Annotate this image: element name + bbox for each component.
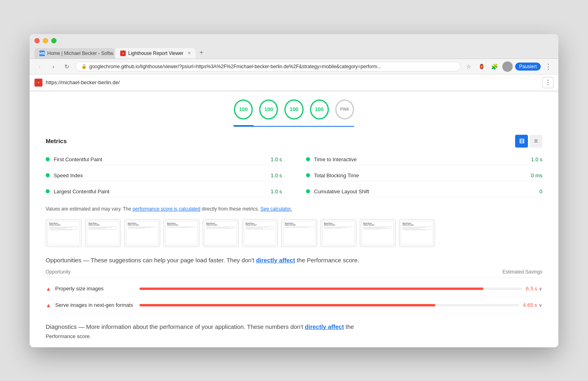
metric-fcp: First Contentful Paint 1.0 s — [46, 154, 282, 165]
bookmark-button[interactable]: ☆ — [464, 61, 474, 72]
opportunity-value-text-1: 6.3 s — [526, 286, 537, 292]
metric-lcp: Largest Contentful Paint 1.0 s — [46, 186, 282, 197]
score-practices-value: 100 — [290, 106, 298, 112]
nav-actions: ☆ 🏮 🧩 Pausiert ⋮ — [464, 61, 554, 72]
list-view-button[interactable]: ≡ — [530, 135, 542, 148]
tab-close-lighthouse[interactable]: ✕ — [187, 51, 191, 56]
metric-tti: Time to Interactive 1.0 s — [306, 154, 542, 165]
diagnostics-header: Diagnostics — More information about the… — [46, 323, 542, 330]
metric-fcp-name: First Contentful Paint — [54, 156, 267, 162]
back-button[interactable]: ‹ — [34, 61, 45, 72]
reload-button[interactable]: ↻ — [62, 61, 72, 72]
opportunities-section: Opportunities — These suggestions can he… — [46, 257, 542, 314]
opportunities-subheader: Opportunity Estimated Savings — [46, 267, 542, 278]
close-button[interactable] — [34, 38, 40, 43]
note-text-middle: directly from these metrics. — [200, 206, 260, 212]
diagnostics-title: Diagnostics — [46, 323, 77, 330]
menu-button[interactable]: ⋮ — [543, 61, 554, 72]
performance-score-link[interactable]: performance score is calculated — [133, 206, 200, 212]
metric-cls: Cumulative Layout Shift 0 — [306, 186, 542, 197]
filmstrip-frame-10: Michael BeckerSoftware Developer — [399, 219, 435, 247]
tab-lighthouse[interactable]: 🏮 Lighthouse Report Viewer ✕ — [115, 48, 195, 59]
tab-label-lighthouse: Lighthouse Report Viewer — [128, 51, 183, 56]
metric-tti-value: 1.0 s — [531, 156, 542, 162]
score-accessibility[interactable]: 100 — [259, 99, 278, 120]
filmstrip-frame-9: Michael BeckerSoftware Developer — [360, 219, 396, 247]
metrics-title: Metrics — [46, 138, 67, 144]
filmstrip-img-1: Michael BeckerSoftware Developer — [46, 219, 82, 247]
score-seo-value: 100 — [315, 106, 324, 112]
metric-si: Speed Index 1.0 s — [46, 170, 282, 181]
address-bar[interactable]: 🔒 googlechrome.github.io/lighthouse/view… — [75, 62, 461, 71]
metric-cls-value: 0 — [540, 188, 542, 195]
metric-tbt-value: 0 ms — [531, 172, 542, 178]
directly-affect-link-diagnostics[interactable]: directly affect — [305, 323, 344, 330]
metric-lcp-name: Largest Contentful Paint — [54, 188, 267, 195]
opportunities-subtitle: — These suggestions can help your page l… — [81, 257, 256, 263]
secondary-menu-button[interactable]: ⋮ — [542, 77, 554, 88]
filmstrip-frame-1: Michael BeckerSoftware Developer — [46, 219, 82, 247]
warning-icon-2: ▲ — [46, 302, 51, 308]
savings-col-label: Estimated Savings — [503, 269, 542, 275]
scores-row: 100 100 100 100 PWA — [234, 99, 354, 127]
forward-button[interactable]: › — [48, 61, 58, 72]
minimize-button[interactable] — [43, 38, 48, 43]
opportunity-row-1: ▲ Properly size images 6.3 s ∨ — [46, 281, 542, 297]
filmstrip: Michael BeckerSoftware Developer Michael… — [46, 219, 542, 247]
filmstrip-page-1: Michael BeckerSoftware Developer — [48, 221, 80, 245]
directly-affect-link-opportunities[interactable]: directly affect — [256, 257, 295, 263]
metrics-note: Values are estimated and may vary. The p… — [46, 205, 542, 213]
metric-tbt-name: Total Blocking Time — [314, 172, 527, 178]
warning-icon-1: ▲ — [46, 286, 51, 292]
opportunities-header: Opportunities — These suggestions can he… — [46, 257, 542, 263]
grid-view-button[interactable]: ⊟ — [515, 135, 528, 148]
score-pwa[interactable]: PWA — [335, 99, 354, 120]
metric-cls-name: Cumulative Layout Shift — [314, 188, 536, 195]
tab-favicon-lighthouse: 🏮 — [120, 51, 126, 56]
chevron-icon-1[interactable]: ∨ — [539, 286, 542, 292]
secondary-favicon: 🏮 — [34, 79, 42, 87]
score-performance-value: 100 — [239, 106, 248, 112]
tab-favicon-home: MB — [39, 51, 45, 56]
metric-cls-dot — [306, 189, 310, 193]
traffic-lights — [34, 38, 554, 43]
diagnostics-subtitle: — More information about the performance… — [77, 323, 305, 330]
extension-icon[interactable]: 🏮 — [477, 61, 487, 72]
opportunity-value-text-2: 4.65 s — [523, 302, 537, 308]
lock-icon: 🔒 — [81, 64, 87, 69]
metric-tti-dot — [306, 157, 310, 161]
opportunity-bar-container-2 — [139, 304, 519, 306]
opportunity-col-label: Opportunity — [46, 269, 70, 275]
metric-si-dot — [46, 173, 50, 177]
main-content: 100 100 100 100 PWA Metrics ⊟ ≡ — [30, 91, 558, 347]
metric-lcp-dot — [46, 189, 50, 193]
opportunity-bar-1 — [139, 288, 483, 290]
avatar-button[interactable] — [502, 61, 513, 72]
score-seo[interactable]: 100 — [310, 99, 329, 120]
secondary-url: https://michael-becker-berlin.de/ — [46, 79, 542, 85]
score-pwa-value: PWA — [340, 107, 349, 111]
new-tab-button[interactable]: + — [196, 47, 206, 59]
score-practices[interactable]: 100 — [284, 99, 303, 120]
metric-fcp-dot — [46, 157, 50, 161]
tab-home[interactable]: MB Home | Michael Becker - Softw... ✕ — [34, 48, 115, 59]
note-text-before: Values are estimated and may vary. The — [46, 206, 133, 212]
calculator-link[interactable]: See calculator. — [260, 206, 292, 212]
opportunity-name-1: Properly size images — [55, 286, 135, 292]
opportunity-name-2: Serve images in next-gen formats — [55, 302, 135, 308]
opportunity-row-2: ▲ Serve images in next-gen formats 4.65 … — [46, 297, 542, 314]
score-performance[interactable]: 100 — [234, 99, 253, 120]
paused-button[interactable]: Pausiert — [515, 63, 541, 71]
tab-label-home: Home | Michael Becker - Softw... — [47, 51, 115, 56]
filmstrip-frame-6: Michael BeckerSoftware Developer — [242, 219, 278, 247]
nav-bar: ‹ › ↻ 🔒 googlechrome.github.io/lighthous… — [30, 59, 558, 75]
maximize-button[interactable] — [51, 38, 56, 43]
filmstrip-frame-7: Michael BeckerSoftware Developer — [281, 219, 317, 247]
extensions-button[interactable]: 🧩 — [489, 61, 500, 72]
chevron-icon-2[interactable]: ∨ — [539, 302, 542, 308]
diagnostics-note: Performance score. — [46, 333, 542, 339]
filmstrip-frame-3: Michael BeckerSoftware Developer — [124, 219, 160, 247]
metric-si-name: Speed Index — [54, 172, 267, 178]
filmstrip-frame-4: Michael BeckerSoftware Developer — [163, 219, 199, 247]
score-accessibility-value: 100 — [264, 106, 273, 112]
